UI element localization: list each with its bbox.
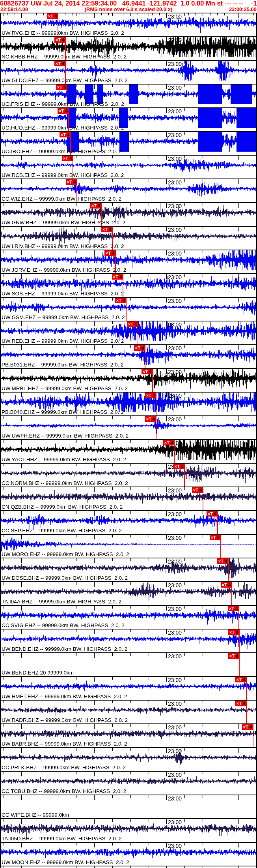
pick-flag[interactable]: ×T 4	[145, 416, 156, 422]
station-label: UO.HUO.EHZ -- 99999.0km BW. HIGHPASS 2.0…	[2, 125, 124, 131]
pick-flag[interactable]: ×T 4	[173, 464, 184, 469]
minute-time-label: 23:00	[168, 132, 182, 138]
station-label: UW.GLDO.EHZ -- 99999.0km BW. HIGHPASS 2.…	[2, 77, 128, 83]
minute-time-label: 23:00	[168, 630, 182, 635]
pick-flag[interactable]: ×T 4	[66, 179, 77, 185]
trace-row[interactable]: 23:00×T 4UW.RADR.BHZ -- 99999.0km BW. HI…	[0, 700, 257, 723]
trace-row[interactable]: 23:00CC.TCBU.BHZ -- 99999.0km BW. HIGHPA…	[0, 771, 257, 795]
pick-flag[interactable]: ×T 4	[58, 108, 69, 114]
trace-row[interactable]: 23:00×T 4UW.MORO.EHZ -- 99999.0km BW. HI…	[0, 534, 257, 558]
minute-time-label: 23:00	[168, 559, 182, 564]
trace-row[interactable]: 23:00×T 4CC.WIZ.EHZ -- 99999.0km BW. HIG…	[0, 178, 257, 202]
pick-flag[interactable]: ×T 4	[62, 156, 73, 161]
pick-flag[interactable]: ×T 4	[228, 653, 239, 659]
trace-row[interactable]: 23:00×T 4CN.QZB.BHZ -- 99999.0km BW. HIG…	[0, 487, 257, 510]
trace-row[interactable]: 23:00×T 4UW.RED.EHZ -- 99999.0km BW. HIG…	[0, 321, 257, 344]
trace-row[interactable]: 23:00×T 4UW.UWFH.EHZ -- 99999.0km BW. HI…	[0, 415, 257, 439]
pick-flag[interactable]: ×T 4	[127, 321, 138, 327]
pick-flag[interactable]: ×T 4	[207, 511, 218, 517]
minute-time-label: 23:00	[168, 393, 182, 398]
pick-flag[interactable]: ×T 4	[101, 227, 112, 232]
trace-row[interactable]: 23:00×T 4UO.HUO.EHZ -- 99999.0km BW. HIG…	[0, 107, 257, 131]
pick-flag[interactable]: ×T 4	[104, 250, 115, 256]
pick-flag[interactable]: ×T 4	[145, 393, 156, 398]
pick-flag-weight: 4	[243, 701, 245, 706]
trace-row[interactable]: 23:00×T 4UW.YACT.HHZ -- 99999.0km BW. HI…	[0, 439, 257, 463]
station-label: UW.DOSE.BHZ -- 99999.0km BW. HIGHPASS 2.…	[2, 575, 128, 581]
trace-row[interactable]: 23:00×T 4UW.BABR.BHZ -- 99999.0km BW. HI…	[0, 723, 257, 747]
pick-flag[interactable]: ×T 4	[221, 582, 232, 588]
trace-row[interactable]: 23:00×T 4UW.JORV.EHZ -- 99999.0km BW. HI…	[0, 250, 257, 273]
trace-row[interactable]: 23:00×T 4UW.RVG.EHZ -- 99999.0km BW. HIG…	[0, 13, 257, 36]
pick-flag[interactable]: ×T 4	[217, 558, 228, 564]
trace-row[interactable]: 23:00CC.WIFE.BHZ -- 99999.0km	[0, 795, 257, 818]
pick-flag[interactable]: ×T 4	[163, 440, 174, 445]
pick-flag-phase: ×T	[59, 109, 64, 113]
pick-flag-weight: 4	[181, 464, 183, 469]
pick-flag[interactable]: ×T 4	[210, 535, 221, 540]
station-label: UW.BEND.EHZ -- 99999.0km BW. HIGHPASS 2.…	[2, 646, 127, 652]
pick-flag-phase: ×T	[63, 156, 68, 161]
trace-row[interactable]: 23:00×T 4UO.FRIS.EHZ -- 99999.0km BW. HI…	[0, 84, 257, 107]
trace-row[interactable]: 23:00×T 4CC.NORM.BHZ -- 99999.0km BW. HI…	[0, 463, 257, 487]
trace-row[interactable]: 23:00×T 4UW.RCS.EHZ -- 99999.0km BW. HIG…	[0, 155, 257, 178]
pick-flag[interactable]: ×T 4	[115, 298, 126, 303]
pick-flag[interactable]: ×T 4	[235, 677, 246, 682]
trace-row[interactable]: 23:00×T 4TA.I04A.BHZ -- 99999.0km BW. HI…	[0, 581, 257, 605]
trace-row[interactable]: 23:00×T 4UW.HMET.EHZ -- 99999.0km BW. HI…	[0, 676, 257, 700]
trace-row[interactable]: 23:00×T 4PB.B031.EHZ -- 99999.0km BW. HI…	[0, 344, 257, 368]
trace-row[interactable]: 23:00×T 4UW.LRIV.BHZ -- 99999.0km BW. HI…	[0, 226, 257, 250]
pick-flag-weight: 4	[62, 38, 64, 42]
event-header: 60826737 UW Jul 24, 2014 22:59:34.00 46.…	[0, 0, 257, 13]
trace-row[interactable]: 23:00×T 4UW.GLDO.EHZ -- 99999.0km BW. HI…	[0, 60, 257, 84]
station-label: UW.GSM.EHZ -- 99999.0km BW. HIGHPASS 2.0…	[2, 314, 125, 320]
station-label: CC.WIZ.EHZ -- 99999.0km BW. HIGHPASS 2.0…	[2, 196, 121, 202]
event-summary: 60826737 UW Jul 24, 2014 22:59:34.00 46.…	[0, 0, 243, 7]
pick-flag-weight: 4	[225, 559, 227, 564]
trace-row[interactable]: 23:00CC.PRLK.BHZ -- 99999.0km BW. HIGHPA…	[0, 747, 257, 771]
minute-time-label: 23:00	[168, 701, 182, 706]
pick-flag[interactable]: ×T 4	[54, 61, 65, 66]
station-label: TA.I04A.BHZ -- 99999.0km BW. HIGHPASS 2.…	[2, 599, 121, 605]
station-label: UW.RED.EHZ -- 99999.0km BW. HIGHPASS 2.0…	[2, 338, 124, 344]
trace-row[interactable]: 23:00×T 4CC.SVIG.EHZ -- 99999.0km BW. HI…	[0, 605, 257, 629]
trace-row[interactable]: 23:00×T 4PB.B040.EHZ -- 99999.0km BW. HI…	[0, 392, 257, 415]
pick-flag-phase: ×T	[243, 725, 248, 729]
station-label: UW.HMET.EHZ -- 99999.0km BW. HIGHPASS 2.…	[2, 693, 127, 699]
minute-time-label: 23:00	[168, 796, 182, 801]
pick-flag[interactable]: ×T 4	[54, 37, 65, 43]
minute-time-label: 23:00	[168, 654, 182, 659]
station-label: UW.LRIV.BHZ -- 99999.0km BW. HIGHPASS 2.…	[2, 243, 124, 249]
trace-row[interactable]: 23:00×T 4UW.MRBL.HHZ -- 99999.0km BW. HI…	[0, 368, 257, 392]
station-label: UW.YACT.HHZ -- 99999.0km BW. HIGHPASS 2.…	[2, 457, 126, 462]
trace-row[interactable]: 23:00×T 4UW.DOSE.BHZ -- 99999.0km BW. HI…	[0, 558, 257, 581]
pick-flag[interactable]: ×T 4	[192, 487, 203, 493]
trace-row[interactable]: 23:00×T 4UW.GNW.BHZ -- 99999.0km BW. HIG…	[0, 202, 257, 226]
pick-flag-phase: ×T	[128, 322, 133, 327]
pick-flag[interactable]: ×T 4	[112, 274, 123, 280]
trace-row[interactable]: 23:00×T 4NC.KHBB.HHZ -- 99999.0km BW. HI…	[0, 36, 257, 60]
trace-row[interactable]: 23:00×T 4UW.GSM.EHZ -- 99999.0km BW. HIG…	[0, 297, 257, 321]
trace-row[interactable]: 23:00×T 4CC.SEP.EHZ -- 99999.0km BW. HIG…	[0, 510, 257, 534]
pick-flag-weight: 4	[109, 227, 111, 232]
trace-row[interactable]: 23:00×T 4UW.BEND.EHZ 20 99999.0km	[0, 652, 257, 676]
station-label: UW.MORO.EHZ -- 99999.0km BW. HIGHPASS 2.…	[2, 551, 129, 557]
pick-flag[interactable]: ×T 4	[56, 85, 67, 90]
trace-row[interactable]: 23:00TA.I05D.BHZ -- 99999.0km BW. HIGHPA…	[0, 818, 257, 842]
pick-flag[interactable]: ×T 4	[228, 629, 239, 635]
pick-flag-weight: 4	[62, 61, 64, 66]
trace-row[interactable]: 23:00×T 4UW.BEND.EHZ -- 99999.0km BW. HI…	[0, 629, 257, 652]
trace-row[interactable]: 23:00UW.MOON.EHZ -- 99999.0km BW. HIGHPA…	[0, 842, 257, 866]
pick-flag-phase: ×T	[164, 440, 169, 445]
pick-flag[interactable]: ×T 4	[60, 132, 71, 137]
trace-row[interactable]: 23:00×T 4UO.IRO.EHZ -- 99999.0km BW. HIG…	[0, 131, 257, 155]
pick-flag[interactable]: ×T 4	[90, 203, 101, 209]
pick-flag[interactable]: ×T 4	[47, 13, 58, 19]
pick-flag[interactable]: ×T 4	[134, 345, 145, 351]
pick-flag[interactable]: ×T 4	[235, 701, 246, 706]
pick-flag[interactable]: ×T 4	[228, 606, 239, 611]
station-label: CC.TCBU.BHZ -- 99999.0km BW. HIGHPASS 2.…	[2, 788, 126, 794]
pick-flag[interactable]: ×T 4	[242, 724, 253, 730]
pick-flag[interactable]: ×T 4	[142, 369, 153, 374]
trace-row[interactable]: 23:00×T 4UW.SOS.EHZ -- 99999.0km BW. HIG…	[0, 273, 257, 297]
